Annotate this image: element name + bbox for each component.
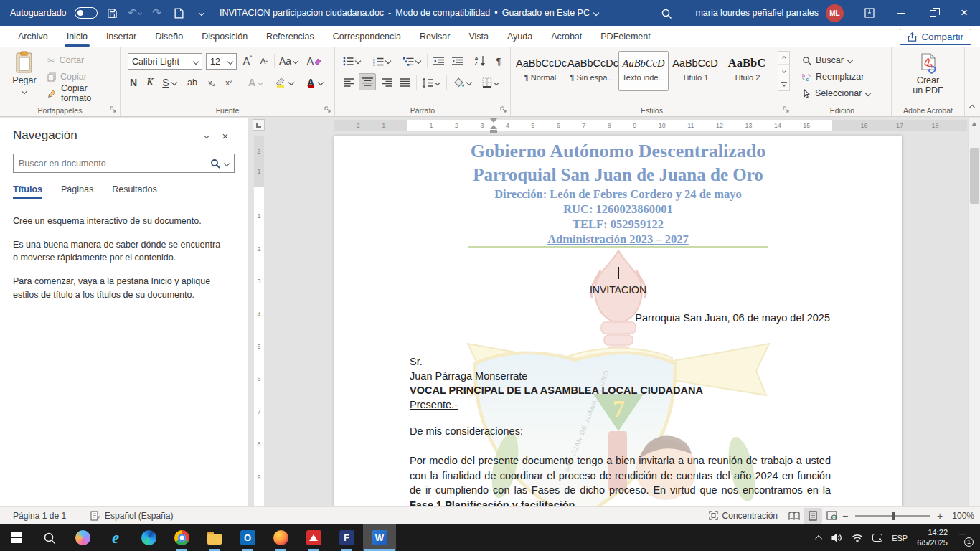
nav-tab-resultados[interactable]: Resultados [112,184,157,199]
undo-icon[interactable]: ↶ [128,4,142,22]
wifi-icon[interactable] [852,534,863,542]
justify-button[interactable] [397,75,413,90]
language-indicator[interactable]: ESP [892,534,908,542]
bold-button[interactable]: N [126,75,141,90]
styles-scroll-down-icon[interactable] [778,65,789,77]
tab-revisar[interactable]: Revisar [410,26,459,47]
tab-acrobat[interactable]: Acrobat [542,26,591,47]
grow-font-button[interactable]: Aˆ [240,53,255,69]
text-effects-button[interactable]: A [243,75,268,90]
tab-ayuda[interactable]: Ayuda [498,26,542,47]
tab-insertar[interactable]: Insertar [97,26,146,47]
find-button[interactable]: Buscar [802,53,852,67]
paste-button[interactable]: Pegar [6,51,43,95]
minimize-button[interactable]: ─ [885,0,917,26]
chrome-button[interactable] [165,524,198,551]
italic-button[interactable]: K [143,75,157,90]
align-left-button[interactable] [341,75,357,90]
file-explorer-button[interactable] [198,524,231,551]
zoom-slider-thumb[interactable] [892,512,895,520]
vertical-ruler[interactable]: 21 123456789 [254,136,264,506]
change-case-button[interactable]: Aa [277,53,300,69]
tab-archivo[interactable]: Archivo [9,26,57,47]
clock[interactable]: 14:22 6/5/2025 [917,528,948,548]
zoom-out-button[interactable]: − [841,510,849,522]
create-pdf-button[interactable]: Crear un PDF [892,52,964,95]
nav-tab-titulos[interactable]: Títulos [13,184,42,199]
share-button[interactable]: Compartir [900,29,971,45]
date-line[interactable]: Parroquia San Juan, 06 de mayo del 2025 [635,312,830,324]
invitation-title[interactable]: INVITACION [334,284,902,296]
navigation-collapse-icon[interactable] [197,128,216,143]
styles-more-icon[interactable] [778,77,789,90]
tray-expand-icon[interactable] [815,535,822,542]
indent-markers[interactable] [490,118,499,133]
underline-button[interactable]: S [159,75,180,90]
styles-scroll-up-icon[interactable] [778,52,789,65]
horizontal-ruler[interactable]: 21 123456789101112131415 161718 [334,120,967,131]
vertical-scrollbar[interactable] [968,118,980,506]
sort-button[interactable]: AZ [470,53,490,69]
format-painter-button[interactable]: Copiar formato [47,86,120,100]
pdfelement-button[interactable]: F [330,524,363,551]
align-right-button[interactable] [379,75,395,90]
volume-icon[interactable] [831,533,842,542]
select-button[interactable]: Seleccionar [802,86,870,100]
style-sin-espaciado[interactable]: AaBbCcDc ¶ Sin espa... [567,51,617,91]
first-line-indent-marker[interactable] [490,118,497,123]
style-normal[interactable]: AaBbCcDc ¶ Normal [515,51,565,91]
addressee-block[interactable]: Sr. Juan Párraga Monserrate VOCAL PRINCI… [410,354,703,412]
firefox-button[interactable] [264,524,297,551]
show-marks-button[interactable]: ¶ [491,53,506,69]
multilevel-list-button[interactable] [401,53,423,69]
copilot-button[interactable] [66,524,99,551]
tab-diseno[interactable]: Diseño [146,26,192,47]
fuente-dialog-launcher-icon[interactable] [324,106,331,113]
web-layout-button[interactable] [822,508,841,524]
strikethrough-button[interactable]: ab [184,75,201,90]
line-spacing-button[interactable] [419,75,442,90]
start-button[interactable] [0,524,33,551]
tab-stop-selector[interactable] [253,119,265,131]
saved-location-text[interactable]: Guardado en Este PC [502,8,590,18]
tab-referencias[interactable]: Referencias [257,26,324,47]
edge-button[interactable] [132,524,165,551]
highlight-button[interactable] [270,75,298,90]
subscript-button[interactable]: x₂ [204,75,220,90]
saved-location-chevron-icon[interactable] [593,10,599,16]
bullets-button[interactable] [341,53,362,69]
borders-button[interactable] [478,75,502,90]
scroll-up-icon[interactable] [969,118,980,130]
cut-button[interactable]: ✂ Cortar [47,53,84,67]
copy-button[interactable]: Copiar [47,70,87,84]
shrink-font-button[interactable]: Aˇ [256,53,272,69]
zoom-slider[interactable] [855,515,930,517]
close-button[interactable]: × [948,0,980,26]
word-button[interactable]: W [363,524,396,551]
decrease-indent-button[interactable] [430,53,447,69]
print-layout-button[interactable] [804,508,822,524]
read-mode-button[interactable] [785,508,804,524]
outlook-button[interactable]: O [231,524,264,551]
body-paragraph[interactable]: Por medio del presente documento tengo a… [410,453,831,506]
font-family-select[interactable]: Calibri Light [128,53,202,70]
nav-search-icon[interactable] [210,159,220,169]
tab-inicio[interactable]: Inicio [57,26,97,47]
hanging-indent-marker[interactable] [490,125,497,129]
navigation-search-input[interactable] [19,159,206,169]
font-size-select[interactable]: 12 [206,53,237,70]
style-titulo-2[interactable]: AaBbC Título 2 [722,51,772,91]
user-name[interactable]: maria lourdes peñafiel parrales [695,8,819,18]
notification-center-button[interactable]: 1 [957,532,971,545]
collapse-ribbon-icon[interactable] [970,102,974,112]
superscript-button[interactable]: x² [221,75,237,90]
scrollbar-thumb[interactable] [970,148,979,204]
zoom-in-button[interactable]: + [936,510,944,522]
parrafo-dialog-launcher-icon[interactable] [500,106,507,113]
font-color-button[interactable]: A [301,75,327,90]
search-icon[interactable] [659,6,674,22]
internet-explorer-button[interactable]: e [99,524,132,551]
save-icon[interactable] [105,4,120,22]
acrobat-button[interactable] [297,524,330,551]
tab-correspondencia[interactable]: Correspondencia [324,26,410,47]
